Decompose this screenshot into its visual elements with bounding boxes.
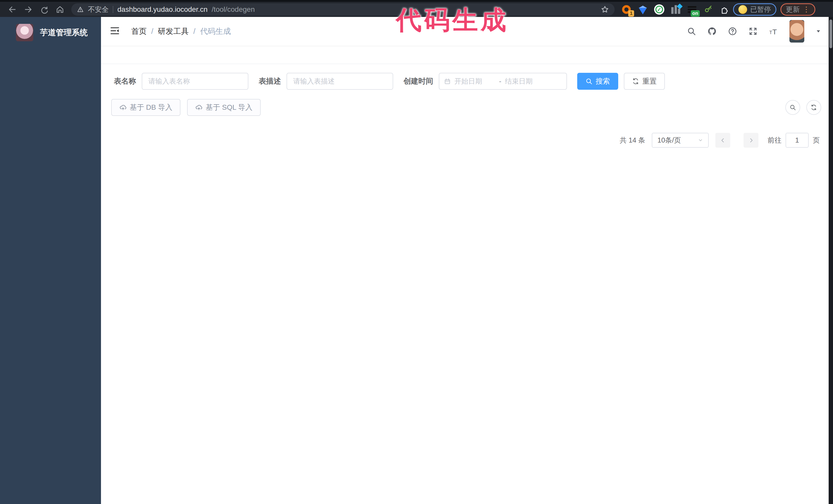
browser-reload-button[interactable] xyxy=(38,3,51,16)
extension-switch-icon[interactable]: on xyxy=(686,4,698,15)
sidebar-collapse-icon[interactable] xyxy=(110,26,125,37)
extension-badge-count: 1 xyxy=(628,10,634,17)
page-scrollbar[interactable] xyxy=(829,17,833,504)
browser-home-button[interactable] xyxy=(53,3,67,16)
bookmark-star-icon[interactable] xyxy=(601,5,609,14)
breadcrumb-dev-tools[interactable]: 研发工具 xyxy=(158,26,189,37)
app-logo-avatar xyxy=(16,24,33,41)
browser-forward-button[interactable] xyxy=(22,3,35,16)
start-date-input[interactable] xyxy=(454,77,496,86)
extension-badge-on: on xyxy=(691,10,700,17)
tab-bar xyxy=(101,46,833,64)
import-db-button[interactable]: 基于 DB 导入 xyxy=(111,99,181,116)
breadcrumb: 首页 / 研发工具 / 代码生成 xyxy=(131,26,231,37)
breadcrumb-separator: / xyxy=(151,27,153,35)
password-key-icon[interactable] xyxy=(703,4,714,15)
calendar-icon xyxy=(444,78,451,85)
page-size-select[interactable]: 10条/页 xyxy=(652,133,709,148)
create-time-range-picker[interactable]: - xyxy=(439,73,567,90)
refresh-table-button[interactable] xyxy=(806,100,821,115)
scrollbar-thumb[interactable] xyxy=(829,20,832,48)
sidebar: 芋道管理系统 xyxy=(0,17,101,504)
user-menu-caret-icon[interactable] xyxy=(815,28,821,34)
content-area: 表名称 表描述 创建时间 - 搜索 重置 xyxy=(101,64,833,504)
header-search-icon[interactable] xyxy=(687,27,696,36)
paused-label: 已暂停 xyxy=(750,5,771,14)
fullscreen-icon[interactable] xyxy=(748,27,758,36)
goto-page-input[interactable] xyxy=(786,133,809,148)
browser-menu-icon[interactable]: ⋮ xyxy=(803,7,810,11)
reset-button[interactable]: 重置 xyxy=(624,73,665,90)
range-separator: - xyxy=(499,77,501,86)
extensions-puzzle-icon[interactable] xyxy=(719,4,731,15)
font-size-icon[interactable] xyxy=(769,27,778,36)
app-logo-row[interactable]: 芋道管理系统 xyxy=(0,17,101,48)
profile-paused-pill[interactable]: 已暂停 xyxy=(733,3,776,16)
top-header: 首页 / 研发工具 / 代码生成 xyxy=(101,17,833,46)
toolbar: 基于 DB 导入 基于 SQL 导入 xyxy=(111,99,821,116)
profile-emoji-icon xyxy=(738,5,747,14)
extensions-area: 1 ✓ on xyxy=(621,4,731,15)
extension-orange-icon[interactable]: 1 xyxy=(621,4,632,15)
reset-refresh-icon xyxy=(632,78,639,85)
url-host: dashboard.yudao.iocoder.cn xyxy=(117,5,208,14)
extension-check-icon[interactable]: ✓ xyxy=(653,4,665,15)
not-secure-icon xyxy=(77,6,84,13)
github-icon[interactable] xyxy=(708,27,717,36)
browser-chrome: 不安全 dashboard.yudao.iocoder.cn/tool/code… xyxy=(0,0,833,17)
create-time-label: 创建时间 xyxy=(403,76,433,87)
toggle-search-button[interactable] xyxy=(785,100,800,115)
import-sql-button[interactable]: 基于 SQL 导入 xyxy=(187,99,261,116)
goto-label: 前往 xyxy=(768,136,782,145)
extension-columns-icon[interactable] xyxy=(670,4,681,15)
cloud-upload-icon xyxy=(195,104,203,111)
update-label: 更新 xyxy=(786,5,800,14)
table-name-label: 表名称 xyxy=(114,76,136,87)
search-icon xyxy=(586,78,593,85)
help-icon[interactable] xyxy=(728,27,737,36)
breadcrumb-current: 代码生成 xyxy=(200,26,231,37)
goto-suffix: 页 xyxy=(813,136,820,145)
chevron-down-icon xyxy=(698,138,703,143)
next-page-button[interactable] xyxy=(743,133,758,148)
table-name-input[interactable] xyxy=(142,73,248,90)
omnibox-divider xyxy=(113,6,113,13)
pagination-total: 共 14 条 xyxy=(620,136,645,145)
address-bar[interactable]: 不安全 dashboard.yudao.iocoder.cn/tool/code… xyxy=(71,3,615,16)
user-avatar[interactable] xyxy=(789,20,804,43)
prev-page-button[interactable] xyxy=(715,133,730,148)
cloud-upload-icon xyxy=(119,104,127,111)
pagination: 共 14 条 10条/页 前往 页 xyxy=(111,133,820,155)
url-path: /tool/codegen xyxy=(212,5,255,14)
security-label[interactable]: 不安全 xyxy=(88,5,109,14)
end-date-input[interactable] xyxy=(505,77,546,86)
breadcrumb-home[interactable]: 首页 xyxy=(131,26,147,37)
filter-bar: 表名称 表描述 创建时间 - 搜索 重置 xyxy=(111,73,821,90)
extension-gem-icon[interactable] xyxy=(637,4,648,15)
breadcrumb-separator: / xyxy=(193,27,195,35)
search-button[interactable]: 搜索 xyxy=(577,73,618,90)
app-title: 芋道管理系统 xyxy=(40,27,88,38)
browser-update-pill[interactable]: 更新 ⋮ xyxy=(781,3,815,16)
table-desc-input[interactable] xyxy=(287,73,393,90)
browser-back-button[interactable] xyxy=(6,3,19,16)
table-desc-label: 表描述 xyxy=(259,76,281,87)
